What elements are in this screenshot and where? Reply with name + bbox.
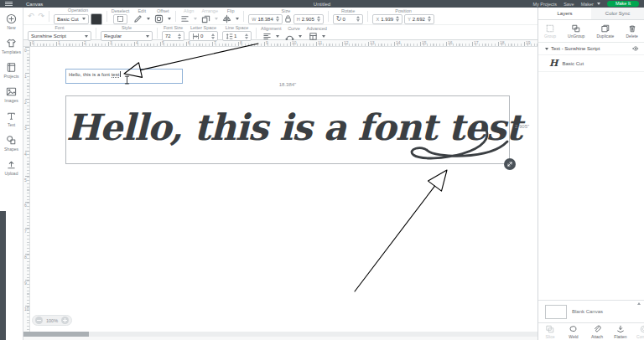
slice-button[interactable]: Slice xyxy=(538,323,562,340)
line-space-stepper[interactable] xyxy=(245,33,248,39)
advanced-dropdown[interactable] xyxy=(309,32,325,41)
line-space-input[interactable]: 1 xyxy=(222,31,252,41)
style-select[interactable]: Regular xyxy=(101,31,153,41)
offset-icon xyxy=(154,14,164,23)
canvas-color-swatch[interactable] xyxy=(545,305,567,319)
height-input[interactable]: H 2.905 xyxy=(293,14,324,24)
resize-icon xyxy=(506,161,513,167)
curve-dropdown[interactable] xyxy=(285,32,302,41)
upload-icon xyxy=(6,159,17,170)
alignment-dropdown[interactable] xyxy=(262,32,279,41)
sidebar-item-images[interactable]: Images xyxy=(4,86,18,103)
letter-space-stepper[interactable] xyxy=(211,33,215,39)
zoom-out-button[interactable] xyxy=(35,317,43,324)
arrange-icon xyxy=(201,14,210,23)
sidebar-item-shapes[interactable]: Shapes xyxy=(4,135,18,152)
size-group: Size W 18.384 H 2.905 xyxy=(248,8,324,24)
align-group: Align xyxy=(180,8,197,23)
operation-select[interactable]: Basic Cut xyxy=(54,14,89,24)
text-selection-box[interactable]: Hello, this is a font test xyxy=(65,95,510,164)
height-stepper[interactable] xyxy=(317,16,320,22)
make-it-button[interactable]: Make It xyxy=(607,1,639,7)
align-dropdown[interactable] xyxy=(180,14,197,23)
layer-thumbnail: H xyxy=(549,58,558,69)
arrange-group: Arrange xyxy=(201,8,218,23)
chevron-down-icon xyxy=(322,35,325,38)
attach-button[interactable]: Attach xyxy=(585,323,609,340)
ungroup-button[interactable]: UnGroup xyxy=(568,24,584,39)
flip-dropdown[interactable] xyxy=(222,14,239,23)
chevron-down-icon xyxy=(276,35,279,38)
undo-button[interactable]: ↶ xyxy=(28,11,34,21)
chevron-down-icon xyxy=(236,18,239,20)
delete-button[interactable]: Delete xyxy=(626,24,637,39)
machine-select[interactable]: Maker xyxy=(581,2,600,7)
color-swatch[interactable] xyxy=(91,13,102,25)
canvas-area[interactable]: 012345678910111213141516171819 012345678… xyxy=(23,40,538,332)
chevron-down-icon xyxy=(299,35,302,38)
visibility-eye-icon[interactable] xyxy=(631,45,640,52)
sidebar-item-projects[interactable]: Projects xyxy=(3,62,18,79)
zoom-in-button[interactable] xyxy=(61,317,69,324)
images-icon xyxy=(6,86,17,97)
edit-dropdown[interactable] xyxy=(133,14,150,23)
rotate-input[interactable]: ↻ 0 xyxy=(333,14,364,24)
flatten-button[interactable]: Flatten xyxy=(609,323,632,340)
action-label: Flatten xyxy=(614,334,626,339)
chevron-down-icon xyxy=(545,48,548,50)
resize-handle[interactable] xyxy=(504,158,516,170)
blank-canvas-row[interactable]: Blank Canvas xyxy=(538,300,644,322)
weld-icon xyxy=(569,325,578,333)
position-x-stepper[interactable] xyxy=(396,16,399,22)
duplicate-icon xyxy=(601,24,610,33)
menu-icon[interactable] xyxy=(5,2,13,6)
lock-icon[interactable] xyxy=(284,14,292,23)
scrollbar-thumb[interactable] xyxy=(23,332,89,337)
sidebar-item-templates[interactable]: Templates xyxy=(2,38,21,54)
weld-button[interactable]: Weld xyxy=(562,323,585,340)
tab-layers[interactable]: Layers xyxy=(538,8,591,19)
advanced-icon xyxy=(309,32,318,41)
position-x-input[interactable]: X 1.939 xyxy=(372,14,402,24)
sidebar-item-label: Templates xyxy=(2,49,21,54)
arrange-dropdown[interactable] xyxy=(201,14,218,23)
alignment-icon xyxy=(262,32,272,41)
group-icon xyxy=(546,24,554,33)
chevron-up-icon[interactable] xyxy=(637,302,641,305)
action-label: Duplicate xyxy=(596,33,614,39)
topbar-link-save[interactable]: Save xyxy=(564,2,574,7)
blank-canvas-label: Blank Canvas xyxy=(572,309,603,314)
redo-button[interactable]: ↷ xyxy=(39,11,45,21)
letter-space-input[interactable]: 0 xyxy=(189,31,218,41)
contour-button[interactable]: Contour xyxy=(632,323,644,340)
position-y-stepper[interactable] xyxy=(428,16,431,22)
font-size-input[interactable]: 72 xyxy=(162,31,184,41)
width-stepper[interactable] xyxy=(276,16,279,22)
topbar-link-my-projects[interactable]: My Projects xyxy=(532,2,557,7)
action-label: Delete xyxy=(626,33,637,39)
position-y-input[interactable]: Y 2.692 xyxy=(404,14,434,24)
offset-dropdown[interactable] xyxy=(154,14,171,23)
text-icon xyxy=(6,111,17,121)
deselect-button[interactable] xyxy=(113,14,127,24)
deselect-icon xyxy=(117,14,124,23)
sidebar-item-new[interactable]: New xyxy=(6,13,17,30)
group-button[interactable]: Group xyxy=(544,24,556,39)
ruler-tick-label: 4 xyxy=(24,152,27,157)
width-input[interactable]: W 18.384 xyxy=(248,14,283,24)
edit-group: Edit xyxy=(133,8,150,23)
rotate-stepper[interactable] xyxy=(356,16,360,22)
height-dimension-label: 2.905" xyxy=(515,124,529,129)
font-size-stepper[interactable] xyxy=(178,33,181,39)
duplicate-button[interactable]: Duplicate xyxy=(596,24,614,39)
layer-group-row[interactable]: Text - Sunshine Script xyxy=(538,43,644,54)
canvas-page[interactable]: Hello, this is a font test 18.384" Hello… xyxy=(30,47,538,332)
font-select[interactable]: Sunshine Script xyxy=(28,31,91,41)
edit-icon xyxy=(133,14,143,23)
layer-row[interactable]: H Basic Cut xyxy=(538,54,644,72)
tab-color-sync[interactable]: Color Sync xyxy=(591,8,644,19)
sidebar-item-upload[interactable]: Upload xyxy=(5,159,18,176)
font-group: Font Sunshine Script xyxy=(28,25,91,41)
contour-icon xyxy=(640,325,644,333)
sidebar-item-text[interactable]: Text xyxy=(6,111,17,127)
